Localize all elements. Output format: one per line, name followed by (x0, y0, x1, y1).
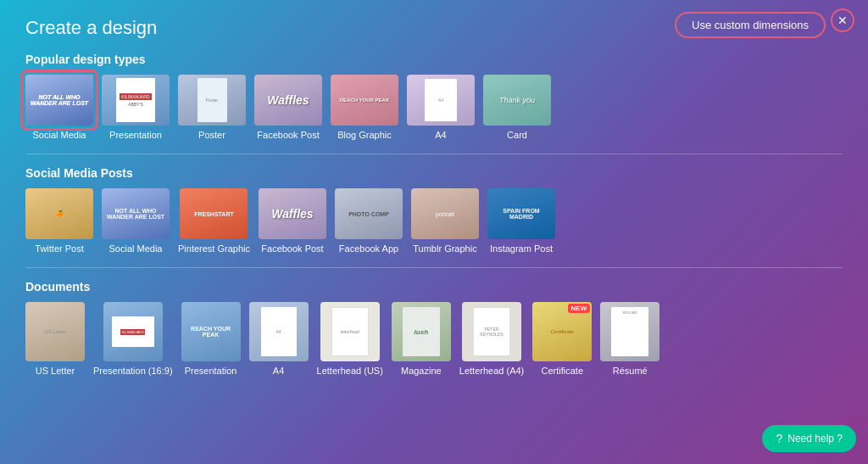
documents-items-row: US Letter US Letter KILIMANJARO Presenta… (25, 302, 843, 376)
documents-section: Documents US Letter US Letter KILIMANJAR… (25, 280, 843, 376)
doc-item-label: Letterhead (A4) (459, 366, 524, 376)
popular-item-card[interactable]: Thank you Card (483, 75, 551, 140)
doc-item-certificate[interactable]: Certificate NEW Certificate (532, 302, 592, 376)
popular-item-blog-graphic[interactable]: REACH YOUR PEAK Blog Graphic (331, 75, 398, 140)
social-item-facebook-app[interactable]: PHOTO COMP Facebook App (335, 188, 403, 254)
popular-item-label: Blog Graphic (337, 130, 392, 140)
doc-item-pres169[interactable]: KILIMANJARO Presentation (16:9) (93, 302, 173, 376)
doc-item-label: Presentation (16:9) (93, 366, 173, 376)
custom-dimensions-label: Use custom dimensions (692, 19, 809, 31)
doc-item-magazine[interactable]: lush Magazine (392, 302, 451, 376)
social-item-label: Twitter Post (35, 243, 83, 254)
need-help-label: Need help ? (787, 433, 843, 444)
documents-section-title: Documents (25, 280, 843, 293)
help-icon: ? (776, 432, 782, 445)
popular-item-label: A4 (435, 130, 446, 140)
social-item-label: Pinterest Graphic (178, 243, 250, 254)
social-items-row: 🍊 Twitter Post NOT ALL WHO WANDER ARE LO… (25, 188, 843, 254)
section-divider-1 (25, 154, 843, 154)
popular-item-poster[interactable]: Poster Poster (178, 75, 246, 140)
popular-item-facebook-post[interactable]: Waffles Facebook Post (254, 75, 322, 140)
doc-item-label: Résumé (613, 366, 648, 376)
doc-item-label: Presentation (185, 366, 237, 376)
close-icon: ✕ (837, 14, 848, 27)
need-help-button[interactable]: ? Need help ? (762, 425, 856, 452)
popular-item-social-media[interactable]: NOT ALL WHO WANDER ARE LOST Social Media (25, 75, 93, 140)
doc-item-us-letter[interactable]: US Letter US Letter (25, 302, 85, 376)
doc-item-label: Magazine (401, 366, 442, 376)
popular-item-label: Facebook Post (257, 130, 319, 140)
popular-item-label: Card (507, 130, 527, 140)
social-item-facebook-post[interactable]: Waffles Facebook Post (259, 188, 326, 254)
popular-item-a4[interactable]: A4 A4 (407, 75, 475, 140)
social-item-tumblr-graphic[interactable]: portrait Tumblr Graphic (411, 188, 479, 254)
social-item-label: Facebook Post (261, 243, 323, 254)
close-button[interactable]: ✕ (831, 8, 854, 32)
social-item-social-media[interactable]: NOT ALL WHO WANDER ARE LOST Social Media (102, 188, 170, 254)
social-item-label: Instagram Post (490, 243, 553, 254)
doc-item-letterhead-a4[interactable]: PETER REYNOLDS Letterhead (A4) (459, 302, 524, 376)
popular-item-presentation[interactable]: KILIMANJARO ABBY'S Presentation (102, 75, 170, 140)
doc-item-label: US Letter (36, 366, 75, 376)
popular-item-label: Social Media (33, 130, 86, 140)
popular-section-title: Popular design types (25, 53, 843, 66)
doc-item-label: Certificate (542, 366, 584, 376)
doc-item-resume[interactable]: RÉSUMÉ Résumé (600, 302, 659, 376)
social-item-pinterest-graphic[interactable]: FRESHSTART Pinterest Graphic (178, 188, 250, 254)
social-item-label: Facebook App (339, 243, 398, 254)
social-item-twitter-post[interactable]: 🍊 Twitter Post (25, 188, 93, 254)
social-media-section-title: Social Media Posts (25, 166, 843, 180)
doc-item-label: Letterhead (US) (317, 366, 383, 376)
doc-item-pres[interactable]: REACH YOUR PEAK Presentation (181, 302, 241, 376)
social-media-section: Social Media Posts 🍊 Twitter Post NOT AL… (25, 166, 843, 254)
popular-items-row: NOT ALL WHO WANDER ARE LOST Social Media… (25, 75, 843, 140)
use-custom-dimensions-button[interactable]: Use custom dimensions (675, 12, 826, 38)
social-item-label: Tumblr Graphic (413, 243, 476, 254)
popular-item-label: Presentation (109, 130, 162, 140)
new-badge: NEW (568, 304, 591, 313)
popular-item-label: Poster (198, 130, 225, 140)
social-item-label: Social Media (109, 243, 163, 254)
social-item-instagram-post[interactable]: SPAIN FROMMADRID Instagram Post (487, 188, 555, 254)
popular-section: Popular design types NOT ALL WHO WANDER … (25, 53, 843, 140)
doc-item-label: A4 (273, 366, 284, 376)
doc-item-a4[interactable]: A4 A4 (249, 302, 309, 376)
section-divider-2 (25, 267, 843, 268)
doc-item-letterhead-us[interactable]: letterhead Letterhead (US) (317, 302, 383, 376)
